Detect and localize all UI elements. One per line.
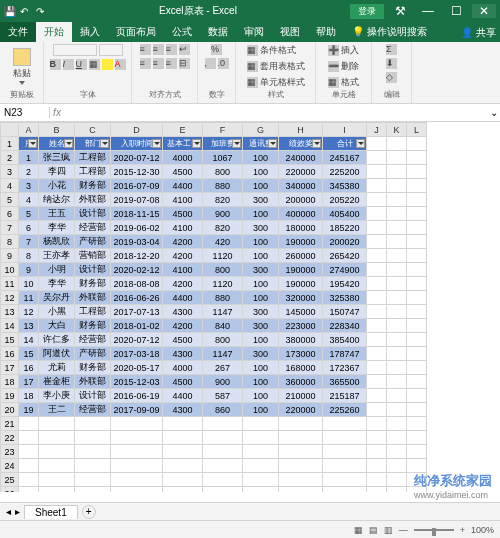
align-left-icon[interactable]: ≡ [140,58,151,69]
data-cell[interactable]: 经营部 [75,221,111,235]
col-header[interactable]: A [19,123,39,137]
data-cell[interactable]: 172367 [323,361,367,375]
empty-cell[interactable] [407,445,427,459]
data-cell[interactable]: 外联部 [75,375,111,389]
data-cell[interactable]: 300 [243,305,279,319]
empty-cell[interactable] [323,487,367,493]
data-cell[interactable]: 420 [203,235,243,249]
empty-cell[interactable] [203,487,243,493]
data-cell[interactable]: 800 [203,333,243,347]
empty-cell[interactable] [203,459,243,473]
col-header[interactable]: H [279,123,323,137]
data-cell[interactable]: 2020-07-12 [111,333,163,347]
empty-cell[interactable] [111,473,163,487]
view-page-icon[interactable]: ▤ [369,525,378,535]
data-cell[interactable]: 4300 [163,403,203,417]
empty-cell[interactable] [279,417,323,431]
data-cell[interactable]: 小黑 [39,305,75,319]
row-header[interactable]: 23 [1,445,19,459]
data-cell[interactable]: 李小庚 [39,389,75,403]
data-cell[interactable]: 阿道伏 [39,347,75,361]
data-cell[interactable]: 100 [243,235,279,249]
empty-cell[interactable] [243,459,279,473]
col-header[interactable]: D [111,123,163,137]
filter-icon[interactable] [312,139,321,148]
data-cell[interactable]: 8 [19,249,39,263]
data-cell[interactable]: 100 [243,151,279,165]
data-cell[interactable]: 1120 [203,277,243,291]
empty-cell[interactable] [163,487,203,493]
data-cell[interactable]: 150747 [323,305,367,319]
data-cell[interactable]: 4500 [163,375,203,389]
tab-help[interactable]: 帮助 [308,22,344,42]
data-cell[interactable]: 2019-03-04 [111,235,163,249]
data-cell[interactable]: 外联部 [75,291,111,305]
data-cell[interactable]: 尤莉 [39,361,75,375]
data-cell[interactable]: 4100 [163,193,203,207]
sheet-nav-last-icon[interactable]: ▸ [15,506,20,517]
data-cell[interactable]: 100 [243,333,279,347]
empty-cell[interactable] [203,417,243,431]
row-header[interactable]: 6 [1,207,19,221]
data-cell[interactable]: 13 [19,319,39,333]
data-cell[interactable]: 325380 [323,291,367,305]
row-header[interactable]: 3 [1,165,19,179]
data-cell[interactable]: 2 [19,165,39,179]
data-cell[interactable]: 820 [203,221,243,235]
data-cell[interactable]: 李四 [39,165,75,179]
data-cell[interactable]: 587 [203,389,243,403]
data-cell[interactable]: 4100 [163,263,203,277]
data-cell[interactable]: 4400 [163,389,203,403]
empty-cell[interactable] [203,431,243,445]
data-cell[interactable]: 100 [243,361,279,375]
empty-cell[interactable] [39,445,75,459]
sheet-tab[interactable]: Sheet1 [24,505,78,519]
table-header[interactable]: 绩效奖 [279,137,323,151]
data-cell[interactable]: 设计部 [75,389,111,403]
data-cell[interactable]: 10 [19,277,39,291]
data-cell[interactable]: 2016-06-26 [111,291,163,305]
data-cell[interactable]: 840 [203,319,243,333]
data-cell[interactable]: 2017-09-09 [111,403,163,417]
data-cell[interactable]: 营销部 [75,249,111,263]
data-cell[interactable]: 200020 [323,235,367,249]
font-color-icon[interactable]: A [115,59,126,70]
data-cell[interactable]: 4400 [163,291,203,305]
data-cell[interactable]: 4200 [163,235,203,249]
data-cell[interactable]: 100 [243,277,279,291]
data-cell[interactable]: 2016-06-19 [111,389,163,403]
empty-cell[interactable] [163,417,203,431]
empty-cell[interactable] [75,417,111,431]
empty-cell[interactable] [75,459,111,473]
data-cell[interactable]: 210000 [279,389,323,403]
data-cell[interactable]: 崔金柜 [39,375,75,389]
data-cell[interactable]: 900 [203,207,243,221]
data-cell[interactable]: 纳达尔 [39,193,75,207]
empty-cell[interactable] [39,417,75,431]
table-header[interactable]: 序 [19,137,39,151]
insert-cell-button[interactable]: ➕插入 [328,44,359,57]
data-cell[interactable]: 880 [203,179,243,193]
data-cell[interactable]: 190000 [279,263,323,277]
tell-me[interactable]: 💡 操作说明搜索 [344,22,435,42]
row-header[interactable]: 16 [1,347,19,361]
data-cell[interactable]: 15 [19,347,39,361]
filter-icon[interactable] [356,139,365,148]
data-cell[interactable]: 2020-07-12 [111,151,163,165]
data-cell[interactable]: 4300 [163,305,203,319]
format-cell-button[interactable]: ▦格式 [328,76,359,89]
data-cell[interactable]: 345380 [323,179,367,193]
empty-cell[interactable] [387,487,407,493]
data-cell[interactable]: 340000 [279,179,323,193]
data-cell[interactable]: 7 [19,235,39,249]
data-cell[interactable]: 4400 [163,179,203,193]
ribbon-opts-icon[interactable]: ⚒ [388,4,412,18]
data-cell[interactable]: 王亦孝 [39,249,75,263]
data-cell[interactable]: 265420 [323,249,367,263]
empty-cell[interactable] [75,487,111,493]
data-cell[interactable]: 设计部 [75,207,111,221]
empty-cell[interactable] [203,473,243,487]
empty-cell[interactable] [367,445,387,459]
data-cell[interactable]: 1120 [203,249,243,263]
col-header[interactable]: J [367,123,387,137]
